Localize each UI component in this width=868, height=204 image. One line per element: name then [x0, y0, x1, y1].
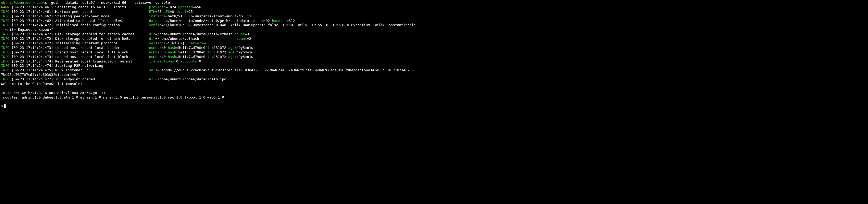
log-line: INFO [09-23|17:14:24.462] Allocated cach…	[1, 19, 867, 23]
log-level: INFO	[1, 9, 9, 14]
log-kv-value: "[63 62]"	[168, 41, 188, 45]
log-kv-value: 1024	[168, 5, 178, 9]
log-line: INFO [09-23|17:14:24.461] Maximum peer c…	[1, 9, 867, 14]
log-kv-key: self	[149, 68, 157, 72]
log-kv-value: "enode://d0d6a32cacb349c8f8c92372dc3a1e1…	[159, 68, 414, 72]
log-level: INFO	[1, 19, 9, 23]
log-kv-key: count	[237, 36, 247, 41]
log-kv-key: age	[228, 46, 234, 50]
log-lines-container: WARN [09-23|17:14:24.461] Sanitizing cac…	[1, 5, 867, 82]
blank-line	[1, 100, 867, 104]
log-timestamp: [09-23|17:14:24.473]	[9, 46, 55, 50]
log-kv-value: 0	[172, 9, 176, 14]
log-kv-key: cache	[251, 19, 261, 23]
terminal-output[interactable]: ubuntu@ubuntu:~/nodeA$ geth --datadir da…	[0, 0, 868, 109]
log-level: INFO	[1, 68, 9, 72]
prompt-command: geth --datadir data0/ --networkid 66 --n…	[51, 1, 170, 4]
log-kv-eq: =	[162, 50, 164, 54]
js-prompt-line[interactable]: >	[1, 104, 867, 109]
log-kv-value: 0	[164, 55, 168, 59]
log-kv-value: 492	[264, 19, 272, 23]
log-kv-value: 25	[157, 9, 163, 14]
log-kv-key: url	[149, 77, 155, 81]
log-kv-eq: =	[286, 19, 289, 23]
prompt-dollar: $	[45, 1, 51, 4]
log-line: WARN [09-23|17:14:24.461] Sanitizing cac…	[1, 5, 867, 9]
log-line: INFO [09-23|17:14:24.472] Disk storage e…	[1, 36, 867, 41]
log-line: INFO [09-23|17:14:24.472] Initialising E…	[1, 41, 867, 46]
log-kv-value: 25	[188, 9, 193, 14]
log-kv-key: transactions	[149, 59, 174, 63]
log-message: Loaded most recent local fast block	[55, 55, 149, 59]
log-kv-value: "{ChainID: 66 Homestead: 0 DAO: <nil> DA…	[164, 23, 416, 27]
log-level: INFO	[1, 59, 9, 63]
log-kv-key: network	[188, 41, 203, 45]
log-kv-eq: =	[155, 9, 157, 14]
log-timestamp: [09-23|17:14:24.472]	[9, 23, 55, 27]
log-kv-eq: =	[162, 23, 164, 27]
log-line: INFO [09-23|17:14:24.473] Loaded most re…	[1, 55, 867, 59]
log-kv-value: 3	[247, 32, 249, 36]
log-timestamp: [09-23|17:14:24.474]	[9, 59, 55, 63]
log-kv-eq: =	[165, 5, 168, 9]
log-kv-value: 5e1fc7…d790e0	[178, 55, 208, 59]
log-kv-value: 512	[289, 19, 295, 23]
log-kv-key: hash	[168, 46, 176, 50]
log-kv-key: LES	[164, 9, 170, 14]
log-kv-key: number	[149, 46, 162, 50]
log-kv-eq: =	[165, 14, 168, 18]
log-kv-eq: =	[162, 55, 164, 59]
log-kv-value: /home/ubuntu/nodeA/data0/geth/chaindata	[168, 19, 251, 23]
log-kv-key: number	[149, 50, 162, 54]
log-message: Disk storage enabled for ethash DAGs	[55, 36, 149, 41]
log-kv-value: Geth/v1.8.16-unstable/linux-amd64/go1.11	[168, 14, 251, 18]
log-message: Starting P2P networking	[55, 63, 103, 68]
log-timestamp: [09-23|17:14:24.475]	[9, 68, 55, 72]
log-message: Starting peer-to-peer node	[55, 14, 149, 18]
log-message: Initialising Ethereum protocol	[55, 41, 149, 45]
cursor-icon	[4, 104, 6, 108]
log-kv-key: config	[149, 23, 162, 27]
log-kv-key: age	[228, 55, 234, 59]
log-level: INFO	[1, 50, 9, 54]
log-kv-value: 0	[199, 59, 201, 63]
blank-line	[1, 86, 867, 91]
log-kv-key: count	[235, 32, 245, 36]
log-timestamp: [09-23|17:14:24.461]	[9, 5, 55, 9]
log-level: INFO	[1, 36, 9, 41]
log-kv-value: /home/ubuntu/.ethash	[157, 36, 237, 41]
prompt-cwd: ~/nodeA	[30, 1, 45, 4]
log-line: INFO [09-23|17:14:24.475] RLPx listener …	[1, 68, 867, 73]
js-prompt-symbol: >	[1, 104, 3, 108]
log-level: INFO	[1, 41, 9, 45]
log-message: IPC endpoint opened	[55, 77, 149, 81]
log-kv-key: provided	[149, 5, 166, 9]
log-level: INFO	[1, 77, 9, 81]
log-timestamp: [09-23|17:14:24.473]	[9, 55, 55, 59]
log-kv-key: hash	[168, 55, 176, 59]
log-kv-eq: =	[165, 41, 168, 45]
log-level: INFO	[1, 55, 9, 59]
log-kv-key: versions	[149, 41, 166, 45]
log-line: INFO [09-23|17:14:24.474] Starting P2P n…	[1, 63, 867, 68]
log-timestamp: [09-23|17:14:24.472]	[9, 36, 55, 41]
log-timestamp: [09-23|17:14:24.461]	[9, 9, 55, 14]
log-line: INFO [09-23|17:14:24.472] Initialised ch…	[1, 23, 867, 27]
log-kv-eq: =	[197, 59, 199, 63]
log-timestamp: [09-23|17:14:24.473]	[9, 50, 55, 54]
log-timestamp: [09-23|17:14:24.477]	[9, 77, 55, 81]
log-kv-value: 5e1fc7…d790e0	[178, 46, 208, 50]
log-kv-key: dir	[149, 32, 155, 36]
log-message: Loaded most recent local header	[55, 46, 149, 50]
log-kv-value: 656	[195, 5, 201, 9]
log-kv-key: instance	[149, 14, 166, 18]
log-line-continuation: 7be96ed037707e@[::]:30303?discport=0"	[1, 73, 867, 77]
log-kv-eq: =	[155, 32, 157, 36]
log-line: INFO [09-23|17:14:24.462] Starting peer-…	[1, 14, 867, 19]
log-timestamp: [09-23|17:14:24.462]	[9, 19, 55, 23]
log-kv-eq: =	[193, 5, 195, 9]
log-timestamp: [09-23|17:14:24.462]	[9, 14, 55, 18]
log-message: RLPx listener up	[55, 68, 149, 72]
log-kv-value: 2	[249, 36, 251, 41]
log-kv-key: number	[149, 55, 162, 59]
